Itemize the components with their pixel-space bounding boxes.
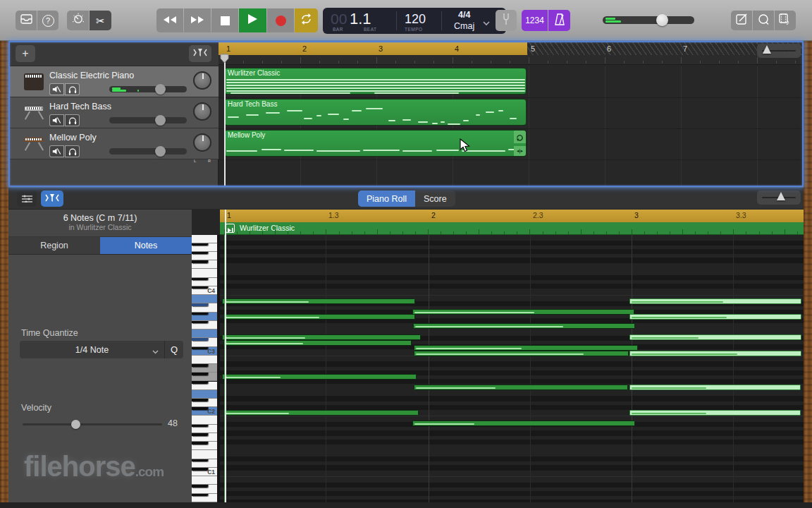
track-volume-thumb[interactable] — [155, 84, 166, 95]
play-button[interactable] — [239, 8, 266, 32]
editors-button[interactable]: ✂ — [90, 11, 111, 30]
playhead-line[interactable] — [224, 55, 226, 186]
master-volume-slider[interactable] — [603, 16, 694, 24]
mute-button[interactable] — [49, 114, 64, 126]
library-button[interactable] — [16, 11, 37, 30]
pan-knob[interactable]: LR — [193, 102, 211, 121]
tuner-button[interactable] — [496, 10, 517, 31]
piano-roll-zoom-slider[interactable] — [757, 190, 801, 205]
track-volume-slider[interactable] — [109, 148, 187, 155]
piano-key-E2[interactable] — [192, 390, 217, 399]
help-button[interactable]: ? — [37, 11, 59, 30]
track-volume-slider[interactable] — [109, 117, 187, 123]
strip-tick — [517, 231, 517, 234]
strip-tick — [402, 231, 403, 234]
mute-button[interactable] — [49, 83, 64, 95]
piano-key-E3[interactable] — [192, 329, 217, 338]
region-loop-handle[interactable] — [514, 131, 526, 143]
midi-note[interactable] — [222, 298, 415, 304]
piano-key-B1[interactable] — [192, 416, 217, 424]
zoom-thumb[interactable] — [763, 45, 771, 54]
tab-score[interactable]: Score — [415, 190, 455, 207]
track-volume-thumb[interactable] — [155, 115, 166, 126]
midi-region[interactable]: Wurlitzer Classic — [224, 68, 527, 95]
midi-note[interactable] — [629, 298, 801, 304]
record-button[interactable] — [267, 8, 294, 32]
add-track-button[interactable]: + — [16, 45, 35, 62]
solo-button[interactable] — [65, 145, 80, 157]
piano-key-B2[interactable] — [192, 356, 217, 364]
piano-key-E4[interactable] — [192, 269, 217, 277]
stop-button[interactable] — [211, 8, 238, 32]
velocity-slider[interactable] — [23, 423, 162, 425]
midi-note[interactable] — [413, 323, 635, 329]
midi-note[interactable] — [629, 314, 801, 320]
midi-note[interactable] — [414, 345, 638, 351]
playhead-pin[interactable] — [220, 54, 229, 64]
midi-note[interactable] — [223, 314, 415, 320]
pan-knob[interactable]: LR — [193, 71, 211, 90]
time-quantize-select[interactable]: 1/4 Note — [20, 341, 165, 358]
track-volume-thumb[interactable] — [155, 146, 166, 157]
piano-roll-region-strip[interactable]: Wurlitzer Classic — [220, 222, 804, 235]
chevron-down-icon[interactable] — [483, 16, 490, 29]
zoom-thumb[interactable] — [777, 192, 785, 200]
midi-note[interactable] — [223, 410, 419, 416]
midi-note[interactable] — [412, 421, 635, 426]
track-row[interactable]: Classic Electric PianoLR — [8, 66, 219, 97]
piano-key-B3[interactable] — [192, 295, 217, 303]
arrange-ruler[interactable]: 1234567 — [219, 42, 804, 55]
note-pad-button[interactable] — [731, 11, 752, 30]
master-volume-thumb[interactable] — [656, 14, 668, 26]
mute-button[interactable] — [49, 145, 64, 157]
piano-keyboard[interactable]: C1C2C3C4 — [192, 235, 217, 502]
midi-note[interactable] — [222, 374, 417, 380]
midi-note[interactable] — [629, 351, 801, 356]
midi-region[interactable]: Hard Tech Bass — [224, 99, 527, 126]
arrange-area[interactable]: 1234567 Wurlitzer ClassicHard Tech BassM… — [219, 41, 804, 187]
cycle-button[interactable] — [295, 8, 318, 32]
cycle-region[interactable] — [219, 42, 527, 55]
pan-knob[interactable]: LR — [193, 133, 211, 152]
piano-roll-grid[interactable] — [220, 235, 804, 502]
midi-note[interactable] — [222, 334, 421, 340]
piano-roll-ruler[interactable]: 11.322.333.3 — [220, 210, 804, 222]
track-row[interactable]: Mellow PolyLR — [8, 128, 219, 159]
velocity-thumb[interactable] — [71, 420, 80, 429]
midi-note[interactable] — [629, 385, 801, 390]
tab-piano-roll[interactable]: Piano Roll — [358, 190, 415, 207]
media-browser-button[interactable]: ♪ — [775, 11, 796, 30]
midi-note[interactable] — [414, 351, 629, 356]
tab-region[interactable]: Region — [8, 237, 100, 254]
piano-key-E1[interactable] — [192, 450, 217, 459]
track-row[interactable]: Hard Tech BassLR — [8, 97, 219, 128]
midi-region[interactable]: Mellow Poly◂|▸ — [224, 130, 527, 157]
piano-key-B0[interactable] — [192, 476, 217, 485]
editor-catch-button[interactable] — [41, 190, 63, 207]
count-in-button[interactable]: 1234 — [522, 10, 548, 31]
forward-button[interactable] — [184, 8, 211, 32]
rewind-button[interactable] — [156, 8, 183, 32]
lcd-display[interactable]: 00 1.1 BAR BEAT 120 TEMPO 4/4 Cmaj — [323, 8, 506, 34]
midi-note[interactable] — [223, 340, 412, 346]
piano-roll-playhead[interactable] — [225, 210, 226, 502]
smart-controls-button[interactable] — [67, 11, 89, 30]
midi-note[interactable] — [412, 309, 634, 315]
editor-settings-button[interactable] — [17, 190, 37, 207]
strip-tick — [746, 231, 746, 234]
metronome-button[interactable] — [548, 10, 570, 31]
tab-notes[interactable]: Notes — [100, 237, 192, 254]
midi-note[interactable] — [629, 410, 801, 416]
track-volume-slider[interactable] — [109, 86, 187, 92]
arrange-zoom-slider[interactable] — [757, 44, 801, 58]
loop-browser-button[interactable] — [753, 11, 774, 30]
solo-button[interactable] — [65, 83, 80, 95]
piano-key-B4[interactable] — [192, 235, 217, 243]
quantize-apply-button[interactable]: Q — [165, 341, 183, 358]
midi-note[interactable] — [414, 385, 628, 390]
solo-button[interactable] — [65, 114, 80, 126]
region-stretch-handle[interactable]: ◂|▸ — [514, 146, 526, 156]
midi-note[interactable] — [629, 334, 801, 340]
strip-tick — [568, 231, 569, 234]
track-catch-button[interactable] — [189, 45, 211, 62]
